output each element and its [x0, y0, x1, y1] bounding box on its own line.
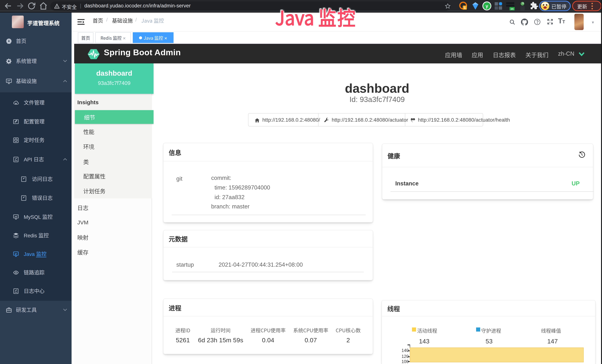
- svg-text:1: 1: [464, 6, 466, 10]
- svg-text:on: on: [511, 7, 514, 10]
- svg-text:y: y: [485, 3, 488, 9]
